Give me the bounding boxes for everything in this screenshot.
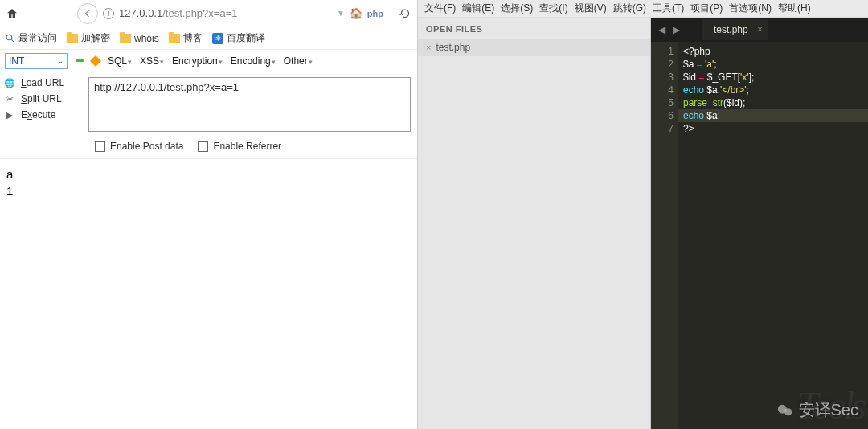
svg-point-0 [6,35,12,40]
menu-bar: 文件(F) 编辑(E) 选择(S) 查找(I) 视图(V) 跳转(G) 工具(T… [418,0,868,18]
menu-encoding[interactable]: Encoding▾ [231,55,276,67]
svg-point-3 [784,408,792,415]
menu-goto[interactable]: 跳转(G) [613,2,646,15]
folder-icon [120,34,131,43]
bookmark-encrypt[interactable]: 加解密 [67,31,110,45]
menu-edit[interactable]: 编辑(E) [462,2,494,15]
watermark-text: 安译Sec [799,399,858,421]
bookmark-label: 博客 [183,31,203,45]
execute-button[interactable]: ▶Execute [3,109,85,121]
close-icon[interactable]: × [757,24,762,34]
close-icon[interactable]: × [426,43,431,52]
search-icon [5,33,15,43]
tab-testphp[interactable]: test.php × [702,19,768,40]
execute-icon: ▶ [3,110,16,121]
menu-prefs[interactable]: 首选项(N) [729,2,772,15]
editor-pane: 文件(F) 编辑(E) 选择(S) 查找(I) 视图(V) 跳转(G) 工具(T… [418,0,868,429]
output-line: a [6,165,411,182]
code-line: <?php [683,45,868,58]
enable-post-checkbox[interactable]: Enable Post data [95,141,183,152]
split-icon: ✂ [3,94,16,104]
code-line: echo $a.'</br>'; [683,84,868,96]
tab-next-icon[interactable]: ▶ [670,24,682,35]
ide-body: OPEN FILES × test.php ◀ ▶ test.php × 1 [418,18,868,429]
url-host: 127.0.0.1 [119,7,162,19]
bookmark-blog[interactable]: 博客 [169,31,203,45]
code-lines[interactable]: <?php $a = 'a'; $id = $_GET['x']; echo $… [678,42,868,429]
translate-icon: 译 [212,33,223,44]
output-line: 1 [6,182,411,199]
line-number: 4 [651,84,674,96]
code-line: $id = $_GET['x']; [683,71,868,84]
menu-sql[interactable]: SQL▾ [108,55,132,67]
checkbox-icon [198,141,208,152]
line-number: 5 [651,96,674,109]
line-gutter: 1 2 3 4 5 6 7 [651,42,678,429]
hackbar-options: Enable Post data Enable Referrer [0,137,417,159]
checkbox-label: Enable Post data [110,141,183,152]
code-line: $a = 'a'; [683,58,868,71]
folder-icon [67,34,78,43]
line-number: 2 [651,58,674,71]
tab-label: test.php [714,24,748,35]
menu-help[interactable]: 帮助(H) [778,2,811,15]
tab-prev-icon[interactable]: ◀ [656,24,667,35]
chevron-down-icon: ▾ [219,58,223,66]
hackbar-toolbar: INT ⌄ SQL▾ XSS▾ Encryption▾ Encoding▾ Ot… [0,50,417,72]
menu-other[interactable]: Other▾ [284,55,313,67]
chevron-down-icon: ▾ [272,58,276,66]
menu-select[interactable]: 选择(S) [501,2,533,15]
refresh-icon[interactable] [398,6,412,21]
url-input-value: http://127.0.0.1/test.php?x=a=1 [94,81,239,93]
php-badge: php [367,9,383,18]
menu-tools[interactable]: 工具(T) [653,2,684,15]
site-info-icon[interactable]: i [103,8,114,19]
bookmark-label: 最常访问 [18,31,57,45]
bookmark-bar: 最常访问 加解密 whois 博客 译百度翻译 [0,27,417,50]
open-file-name: test.php [436,42,470,53]
hackbar-main: 🌐Load URL ✂Split URL ▶Execute http://127… [0,72,417,137]
code-line: ?> [683,122,868,135]
chevron-down-icon: ▾ [309,58,313,66]
bookmark-label: 百度翻译 [227,31,265,45]
mode-select[interactable]: INT ⌄ [5,53,68,69]
url-text[interactable]: 127.0.0.1/test.php?x=a=1 [119,7,332,19]
checkbox-label: Enable Referrer [213,141,281,152]
url-input[interactable]: http://127.0.0.1/test.php?x=a=1 [88,77,411,132]
line-number: 6 [651,109,674,122]
menu-view[interactable]: 视图(V) [575,2,607,15]
menu-encryption[interactable]: Encryption▾ [172,55,223,67]
load-icon: 🌐 [3,78,16,88]
code-line: parse_str($id); [683,96,868,109]
home-small-icon[interactable]: 🏠 [350,7,362,19]
split-url-button[interactable]: ✂Split URL [3,93,85,104]
browser-pane: i 127.0.0.1/test.php?x=a=1 ▼ 🏠 php 最常访问 … [0,0,418,429]
code-panel: ◀ ▶ test.php × 1 2 3 4 5 6 7 [651,18,868,429]
url-path: /test.php?x=a=1 [162,7,237,19]
orange-diamond-icon[interactable] [90,55,101,66]
svg-line-1 [11,39,14,42]
hackbar-actions: 🌐Load URL ✂Split URL ▶Execute [0,72,88,137]
bookmark-translate[interactable]: 译百度翻译 [212,31,265,45]
url-dropdown-icon[interactable]: ▼ [337,9,345,18]
load-url-button[interactable]: 🌐Load URL [3,77,85,88]
menu-project[interactable]: 项目(P) [690,2,723,15]
bookmark-most-visited[interactable]: 最常访问 [5,31,57,45]
code-line-active: echo $a; [678,109,868,122]
bookmark-whois[interactable]: whois [120,33,159,44]
tab-bar: ◀ ▶ test.php × [651,18,868,42]
code-area[interactable]: 1 2 3 4 5 6 7 <?php $a = 'a'; $id = $_GE… [651,42,868,429]
menu-xss[interactable]: XSS▾ [140,55,164,67]
bookmark-label: whois [134,33,159,44]
chevron-down-icon: ▾ [128,58,132,66]
sidebar: OPEN FILES × test.php [418,18,651,429]
back-button[interactable] [77,3,98,24]
home-icon[interactable] [5,6,19,21]
menu-file[interactable]: 文件(F) [424,2,456,15]
tab-nav: ◀ ▶ [651,24,686,35]
enable-referrer-checkbox[interactable]: Enable Referrer [198,141,281,152]
open-file-item[interactable]: × test.php [418,39,650,56]
green-dash-icon[interactable] [76,59,84,62]
line-number: 7 [651,122,674,135]
menu-find[interactable]: 查找(I) [539,2,567,15]
